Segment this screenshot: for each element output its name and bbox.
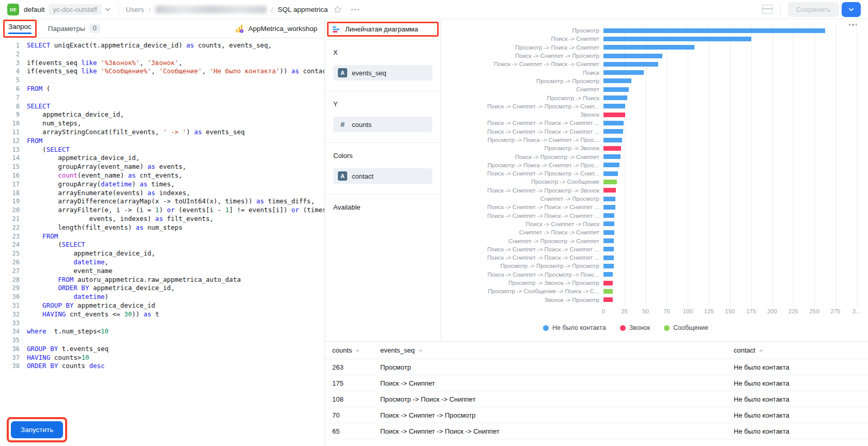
bar[interactable] — [603, 213, 614, 218]
legend-label: Не было контакта — [552, 324, 606, 331]
bar[interactable] — [603, 37, 751, 41]
section-colors: Colors A contact — [325, 143, 441, 195]
line-number: 8 — [0, 102, 20, 111]
tab-query[interactable]: Запрос — [8, 23, 32, 34]
bar[interactable] — [603, 256, 614, 260]
line-content: FROM autoru_appmetrica.raw_appmetrica_au… — [20, 276, 241, 284]
line-number: 17 — [0, 180, 20, 189]
favorite-star-icon[interactable] — [333, 5, 342, 14]
x-axis: 02550751001251501752002252502753... — [603, 308, 861, 316]
bar[interactable] — [603, 54, 662, 58]
axis-tick-label: 250 — [810, 308, 819, 314]
legend-item[interactable]: Сообщение — [664, 324, 708, 331]
code-line: 29 ORDER BY appmetrica_device_id, — [0, 284, 324, 293]
more-actions-icon[interactable] — [349, 7, 361, 12]
bar[interactable] — [603, 281, 613, 285]
line-number: 23 — [0, 232, 20, 241]
chevron-down-icon[interactable] — [104, 6, 111, 13]
bar[interactable] — [603, 289, 613, 294]
line-content: appmetrica_device_id, — [20, 249, 155, 258]
layout-panel-icon[interactable] — [762, 5, 773, 14]
line-number: 5 — [0, 76, 20, 85]
bar[interactable] — [603, 205, 615, 210]
bar[interactable] — [603, 221, 614, 226]
chart-row: Просмотр -> Поиск — [447, 93, 861, 102]
bar-chart-type-icon[interactable] — [333, 26, 340, 33]
axis-tick-label: 100 — [683, 308, 693, 314]
line-content: (SELECT — [20, 146, 70, 154]
bar[interactable] — [603, 180, 617, 184]
bar[interactable] — [603, 188, 616, 193]
bar[interactable] — [603, 272, 613, 277]
bar[interactable] — [603, 138, 622, 142]
bar[interactable] — [603, 129, 623, 134]
line-number: 29 — [0, 284, 20, 293]
code-line: 37HAVING counts>10 — [0, 354, 324, 362]
connection-selector[interactable]: AppMetrica_workshop — [235, 24, 317, 33]
bar[interactable] — [603, 146, 621, 151]
legend-item[interactable]: Не было контакта — [543, 324, 606, 331]
table-cell: Поиск -> Сниппет -> Просмотр — [380, 411, 734, 419]
bar[interactable] — [603, 247, 614, 251]
line-content: event_name — [20, 267, 113, 276]
bar[interactable] — [603, 171, 618, 176]
line-content — [20, 319, 31, 328]
bar[interactable] — [603, 163, 619, 167]
bar[interactable] — [603, 70, 644, 75]
code-line: 33 — [0, 319, 324, 328]
code-line: 25 appmetrica_device_id, — [0, 249, 324, 258]
connection-name: AppMetrica_workshop — [248, 25, 317, 33]
field-chip-events-seq[interactable]: A events_seq — [333, 65, 432, 81]
datalens-logo[interactable]: DE — [7, 4, 19, 15]
category-label: Поиск -> Сниппет -> Поиск -> Сниппет — [447, 61, 603, 67]
code-line: 11 arrayStringConcat(filt_events, ' -> '… — [0, 128, 324, 137]
tab-parameters-label: Параметры — [48, 25, 85, 33]
chart-row: Просмотр -> Поиск -> Сниппет — [447, 43, 861, 52]
line-content: HAVING cnt_events <= 30)) as t — [20, 310, 159, 319]
bar[interactable] — [603, 28, 825, 33]
breadcrumb-root[interactable]: Users — [126, 6, 144, 13]
breadcrumb-user-redacted — [156, 6, 267, 13]
save-dropdown-button[interactable] — [842, 2, 861, 17]
bar[interactable] — [603, 45, 694, 50]
bar[interactable] — [603, 230, 614, 235]
field-chip-contact[interactable]: A contact — [333, 168, 432, 184]
bar[interactable] — [603, 154, 621, 159]
line-content: count(event_name) as cnt_events, — [20, 171, 182, 180]
legend-dot — [543, 325, 549, 331]
bar[interactable] — [603, 238, 614, 243]
bar[interactable] — [603, 78, 631, 83]
line-content: GROUP BY appmetrica_device_id — [20, 301, 155, 310]
bar[interactable] — [603, 62, 658, 67]
column-header[interactable]: events_seq — [380, 346, 734, 354]
line-content: length(filt_events) as num_steps — [20, 224, 182, 232]
bar[interactable] — [603, 104, 625, 108]
bar[interactable] — [603, 297, 613, 302]
active-tab-underline — [8, 33, 32, 34]
editor-tabs: Запрос Параметры 0 AppMetrica_workshop — [0, 19, 324, 38]
table-row: 263ПросмотрНе было контакта — [325, 359, 868, 375]
code-line: 14 appmetrica_device_id, — [0, 154, 324, 163]
column-header[interactable]: counts — [332, 346, 380, 354]
run-button[interactable]: Запустить — [11, 421, 63, 438]
field-chip-counts[interactable]: # counts — [333, 117, 432, 132]
chart-type-label[interactable]: Линейчатая диаграмма — [345, 25, 418, 33]
bar[interactable] — [603, 87, 629, 92]
bar[interactable] — [603, 264, 614, 268]
line-content: SELECT uniqExact(t.appmetrica_device_id)… — [20, 41, 272, 50]
legend-item[interactable]: Звонок — [620, 324, 650, 331]
line-content: datetime) — [20, 293, 109, 301]
bar[interactable] — [603, 121, 624, 125]
bar[interactable] — [603, 113, 625, 117]
env-badge[interactable]: yc-doc-outstaff — [49, 4, 102, 15]
sql-editor[interactable]: 1SELECT uniqExact(t.appmetrica_device_id… — [0, 38, 324, 446]
bar[interactable] — [603, 197, 615, 201]
line-content: num_steps, — [20, 119, 81, 128]
bar[interactable] — [603, 95, 627, 100]
table-cell: Поиск -> Сниппет — [380, 379, 734, 387]
save-button[interactable]: Сохранить — [788, 2, 839, 17]
query-editor-panel: Запрос Параметры 0 AppMetrica_workshop — [0, 19, 325, 446]
tab-parameters[interactable]: Параметры 0 — [48, 24, 100, 33]
column-header[interactable]: contact — [734, 346, 868, 354]
line-number: 19 — [0, 197, 20, 206]
